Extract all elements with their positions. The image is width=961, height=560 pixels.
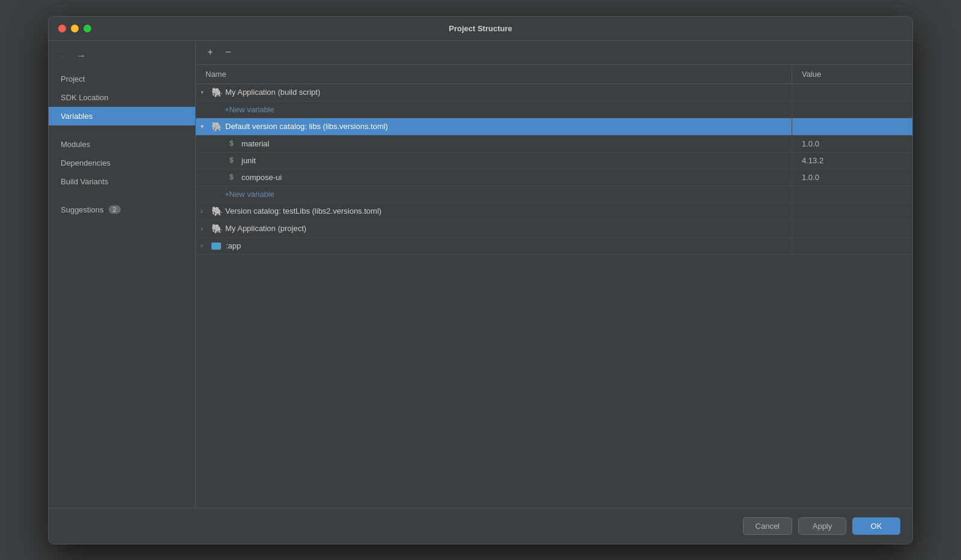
row-value-cell (792, 242, 912, 248)
sidebar-item-modules[interactable]: Modules (49, 135, 195, 154)
sidebar-item-dependencies[interactable]: Dependencies (49, 154, 195, 172)
nav-separator-1 (49, 125, 195, 135)
remove-variable-button[interactable]: − (221, 45, 235, 59)
table-row[interactable]: $ compose-ui 1.0.0 (196, 169, 912, 186)
row-name-cell: › 🐘 Version catalog: testLibs (libs2.ver… (196, 203, 792, 220)
variable-icon: $ (229, 173, 239, 181)
variables-table: Name Value ▾ 🐘 My Application (build scr… (196, 65, 912, 508)
close-button[interactable] (58, 25, 66, 32)
title-bar: Project Structure (49, 17, 912, 41)
table-row[interactable]: +New variable (196, 101, 912, 118)
sidebar-item-suggestions[interactable]: Suggestions 2 (49, 200, 195, 219)
variable-icon: $ (229, 139, 239, 148)
row-value-cell (792, 106, 912, 112)
toolbar: + − (196, 41, 912, 65)
nav-separator-2 (49, 191, 195, 200)
row-value-cell: 4.13.2 (792, 153, 912, 168)
nav-arrows: ← → (49, 47, 195, 70)
maximize-button[interactable] (83, 25, 91, 32)
folder-icon (211, 242, 221, 250)
column-header-value: Value (792, 65, 912, 83)
gradle-icon: 🐘 (211, 87, 223, 98)
chevron-down-icon: ▾ (201, 123, 209, 130)
table-body: ▾ 🐘 My Application (build script) +New v… (196, 84, 912, 254)
sidebar-item-build-variants[interactable]: Build Variants (49, 172, 195, 191)
table-row[interactable]: ▾ 🐘 My Application (build script) (196, 84, 912, 101)
gradle-icon: 🐘 (211, 223, 223, 234)
table-row[interactable]: +New variable (196, 186, 912, 203)
suggestions-badge-container: Suggestions 2 (61, 205, 183, 214)
column-header-name: Name (196, 65, 792, 83)
minimize-button[interactable] (71, 25, 79, 32)
row-value-cell (792, 124, 912, 130)
back-button[interactable]: ← (56, 49, 70, 62)
row-name-cell: › 🐘 My Application (project) (196, 220, 792, 237)
table-row[interactable]: › 🐘 My Application (project) (196, 220, 912, 238)
table-header: Name Value (196, 65, 912, 84)
row-name-cell: › :app (196, 238, 792, 253)
row-name-cell: +New variable (196, 102, 792, 117)
row-name-cell: $ junit (196, 153, 792, 168)
row-name-cell: ▾ 🐘 Default version catalog: libs (libs.… (196, 118, 792, 135)
cancel-button[interactable]: Cancel (743, 517, 792, 535)
table-row[interactable]: $ material 1.0.0 (196, 136, 912, 152)
variable-icon: $ (229, 156, 239, 164)
chevron-right-icon: › (201, 207, 209, 215)
apply-button[interactable]: Apply (798, 517, 846, 535)
sidebar: ← → Project SDK Location Variables Modul… (49, 41, 196, 508)
row-name-cell: ▾ 🐘 My Application (build script) (196, 84, 792, 101)
table-row[interactable]: › 🐘 Version catalog: testLibs (libs2.ver… (196, 203, 912, 220)
table-row[interactable]: $ junit 4.13.2 (196, 152, 912, 169)
table-row[interactable]: ▾ 🐘 Default version catalog: libs (libs.… (196, 118, 912, 136)
window-controls (58, 25, 91, 32)
row-value-cell (792, 89, 912, 95)
chevron-right-icon: › (201, 224, 209, 233)
row-name-cell: $ compose-ui (196, 170, 792, 185)
chevron-down-icon: ▾ (201, 89, 209, 95)
row-value-cell (792, 191, 912, 197)
add-variable-button[interactable]: + (203, 45, 217, 59)
main-panel: + − Name Value ▾ 🐘 My Application (build… (196, 41, 912, 508)
forward-button[interactable]: → (74, 49, 88, 62)
row-value-cell (792, 208, 912, 214)
dialog-title: Project Structure (449, 24, 512, 33)
ok-button[interactable]: OK (852, 517, 900, 535)
gradle-icon: 🐘 (211, 121, 223, 132)
row-value-cell: 1.0.0 (792, 170, 912, 185)
row-name-cell: +New variable (196, 187, 792, 202)
main-content: ← → Project SDK Location Variables Modul… (49, 41, 912, 508)
table-row[interactable]: › :app (196, 238, 912, 254)
project-structure-dialog: Project Structure ← → Project SDK Locati… (48, 16, 913, 544)
row-value-cell (792, 226, 912, 232)
chevron-right-icon: › (201, 241, 209, 250)
sidebar-item-variables[interactable]: Variables (49, 107, 195, 125)
gradle-icon: 🐘 (211, 206, 223, 217)
dialog-footer: Cancel Apply OK (49, 508, 912, 544)
sidebar-item-project[interactable]: Project (49, 70, 195, 88)
row-name-cell: $ material (196, 136, 792, 151)
row-value-cell: 1.0.0 (792, 136, 912, 151)
suggestions-badge: 2 (109, 205, 121, 214)
sidebar-item-sdk-location[interactable]: SDK Location (49, 88, 195, 107)
